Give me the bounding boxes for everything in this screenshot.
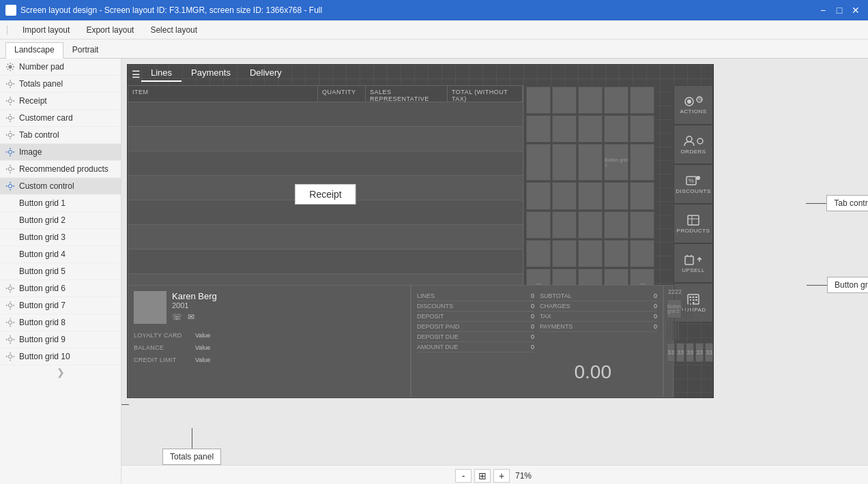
grid-cell[interactable] [604,182,628,209]
sidebar-item-tab-control[interactable]: Tab control [0,127,121,144]
bottom-cell-grid5[interactable]: Button grid 5 [667,299,682,318]
bottom-cell[interactable] [691,299,693,318]
grid-cell[interactable] [578,115,603,142]
canvas-tab-lines[interactable]: Lines [141,65,182,82]
grid-cell[interactable] [578,182,603,209]
close-button[interactable]: ✕ [849,3,863,17]
export-layout-menu[interactable]: Export layout [83,24,136,36]
grid-cell[interactable] [630,144,654,181]
grid-cell[interactable] [552,182,577,209]
callout-line [121,404,129,405]
products-button[interactable]: PRODUCTS [674,204,713,243]
sidebar-item-customer-card[interactable]: Customer card [0,110,121,127]
bottom-cell[interactable]: 33 [676,343,684,362]
bottom-cell[interactable]: 33 [686,343,694,362]
amount-due-value: 0 [531,344,534,350]
amount-due-display: 0.00 [575,361,612,383]
bottom-cell[interactable] [689,299,690,318]
sidebar-item-recommended-products[interactable]: Recommended products [0,161,121,178]
bottom-cell[interactable]: 33 [695,343,704,362]
bottom-cell[interactable]: 33 [667,343,675,362]
sidebar-item-button-grid-4[interactable]: Button grid 4 [0,246,121,263]
zoom-plus-button[interactable]: + [493,469,510,483]
svg-point-1 [8,82,12,85]
bottom-cell[interactable] [672,321,674,340]
sidebar-item-button-grid-9[interactable]: Button grid 9 [0,331,121,348]
landscape-tab[interactable]: Landscape [5,42,63,59]
grid-cell[interactable] [604,87,628,114]
select-layout-menu[interactable]: Select layout [147,24,200,36]
sidebar-item-totals-panel[interactable]: Totals panel [0,76,121,93]
grid-cell[interactable] [526,87,551,114]
bottom-cell[interactable] [683,299,684,318]
sidebar-item-button-grid-2[interactable]: Button grid 2 [0,212,121,229]
hamburger-icon[interactable]: ☰ [132,69,141,80]
grid-cell[interactable] [526,182,551,209]
upsell-button[interactable]: UPSELL [674,243,713,283]
upsell-label: UPSELL [682,267,705,273]
receipt-row-7 [128,249,523,274]
sidebar-item-button-grid-10[interactable]: Button grid 10 [0,348,121,365]
deposit-due-value: 0 [531,333,534,340]
grid-cell[interactable] [578,144,603,181]
col-sales: SALES REPRESENTATIVE [366,86,448,102]
grid-cell[interactable] [552,144,577,181]
sidebar-item-button-grid-3[interactable]: Button grid 3 [0,229,121,246]
grid-cell[interactable] [578,87,603,114]
import-layout-menu[interactable]: Import layout [20,24,72,36]
grid-cell[interactable] [526,144,551,181]
zoom-reset-button[interactable]: ⊞ [474,469,491,483]
orders-button[interactable]: ORDERS [674,125,713,164]
grid-cell[interactable] [630,211,654,239]
bottom-cell[interactable]: 33 [705,343,713,362]
maximize-button[interactable]: □ [833,3,846,17]
grid-cell[interactable] [630,87,654,114]
orders-label: ORDERS [680,149,706,155]
design-canvas[interactable]: ☰ Lines Payments Delivery ITEM QUANTITY … [127,64,714,398]
grid-cell[interactable] [578,240,603,267]
sidebar-item-custom-control[interactable]: Custom control [0,178,121,195]
grid-cell[interactable] [604,115,628,142]
sidebar-item-receipt[interactable]: Receipt [0,93,121,110]
col-item: ITEM [128,86,318,102]
bottom-cell[interactable] [675,321,676,340]
discounts-button[interactable]: % DISCOUNTS [674,164,713,204]
grid-cell[interactable] [552,211,577,239]
zoom-level: 71% [512,471,534,481]
grid-cell[interactable] [630,182,654,209]
bottom-grid-row3: 33 33 33 33 33 [664,342,673,363]
bottom-cell[interactable] [669,321,671,340]
sidebar-item-image[interactable]: Image [0,144,121,161]
grid-cell[interactable] [526,240,551,267]
sidebar-scroll-down[interactable]: ❯ [0,365,121,379]
sidebar-item-button-grid-5[interactable]: Button grid 5 [0,263,121,280]
grid-cell[interactable] [552,240,577,267]
grid-cell[interactable] [630,240,654,267]
grid-cell-button-grid-1[interactable]: Button grid 1 [604,144,628,181]
sidebar-item-button-grid-7[interactable]: Button grid 7 [0,297,121,314]
grid-cell[interactable] [604,211,628,239]
bottom-cell[interactable] [667,321,668,340]
actions-button[interactable]: % ACTIONS [674,85,713,125]
grid-cell[interactable] [578,211,603,239]
zoom-minus-button[interactable]: - [455,469,472,483]
grid-cell[interactable] [552,115,577,142]
receipt-row-2 [128,127,523,151]
grid-cell[interactable] [630,115,654,142]
grid-cell[interactable] [526,211,551,239]
grid-cell[interactable] [552,87,577,114]
sidebar-item-number-pad[interactable]: Number pad [0,59,121,76]
canvas-tab-delivery[interactable]: Delivery [240,65,291,82]
sidebar-item-button-grid-8[interactable]: Button grid 8 [0,314,121,331]
grid-cell[interactable] [526,115,551,142]
portrait-tab[interactable]: Portrait [63,42,108,58]
bottom-cell[interactable] [686,299,687,318]
sidebar-item-button-grid-6[interactable]: Button grid 6 [0,280,121,297]
svg-point-8 [8,286,12,290]
minimize-button[interactable]: − [816,3,830,17]
sidebar-item-button-grid-1[interactable]: Button grid 1 [0,195,121,212]
bottom-cell[interactable] [678,321,679,340]
grid-cell[interactable] [604,240,628,267]
menubar: Import layout Export layout Select layou… [0,20,868,40]
canvas-tab-payments[interactable]: Payments [182,65,240,82]
